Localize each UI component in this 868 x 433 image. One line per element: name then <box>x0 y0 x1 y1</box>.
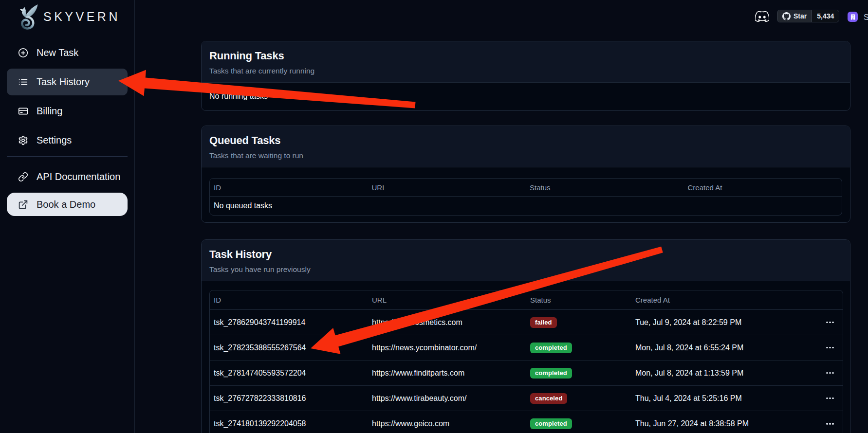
running-tasks-header: Running Tasks Tasks that are currently r… <box>202 41 850 83</box>
sidebar-item-label: API Documentation <box>37 171 120 182</box>
card-title: Task History <box>209 247 842 262</box>
task-url-cell: https://www.tirabeauty.com/ <box>368 386 526 411</box>
queued-tasks-empty-message: No queued tasks <box>210 197 842 215</box>
column-header-created-at: Created At <box>684 179 842 197</box>
card-subtitle: Tasks that are currently running <box>209 66 842 76</box>
status-badge: completed <box>530 418 572 429</box>
task-url-cell: https://news.ycombinator.com/ <box>368 335 526 361</box>
task-created-at-cell: Thu, Jul 4, 2024 at 5:25:16 PM <box>631 386 817 411</box>
task-history-card: Task History Tasks you have run previous… <box>201 239 850 433</box>
discord-icon[interactable] <box>755 11 769 22</box>
sidebar-item-label: Billing <box>37 106 62 117</box>
sidebar-item-label: Book a Demo <box>37 199 95 210</box>
column-header-actions <box>817 290 843 310</box>
queued-tasks-card: Queued Tasks Tasks that are waiting to r… <box>201 126 850 223</box>
link-icon <box>18 172 28 182</box>
column-header-url: URL <box>368 179 526 197</box>
task-created-at-cell: Thu, Jun 27, 2024 at 8:38:58 PM <box>631 411 817 433</box>
task-id-cell: tsk_278147405593572204 <box>210 361 368 386</box>
task-actions-cell <box>817 411 843 433</box>
task-status-cell: failed <box>526 310 631 335</box>
task-created-at-cell: Tue, Jul 9, 2024 at 8:22:59 PM <box>631 310 817 335</box>
task-history-row[interactable]: tsk_278147405593572204 https://www.findi… <box>210 361 843 386</box>
sidebar-item-label: Task History <box>37 76 90 88</box>
task-actions-cell <box>817 361 843 386</box>
more-horizontal-icon[interactable] <box>821 342 839 354</box>
queued-tasks-header: Queued Tasks Tasks that are waiting to r… <box>202 126 850 167</box>
card-title: Queued Tasks <box>209 133 842 148</box>
table-header-row: ID URL Status Created At <box>210 179 842 197</box>
status-badge: completed <box>530 343 572 353</box>
task-history-row[interactable]: tsk_278235388555267564 https://news.ycom… <box>210 335 843 361</box>
column-header-url: URL <box>368 290 526 310</box>
task-status-cell: completed <box>526 335 631 361</box>
task-history-header: Task History Tasks you have run previous… <box>202 240 850 281</box>
status-badge: completed <box>530 368 572 379</box>
status-badge: canceled <box>530 393 567 404</box>
more-horizontal-icon[interactable] <box>821 393 839 404</box>
task-status-cell: completed <box>526 361 631 386</box>
task-id-cell: tsk_274180139292204058 <box>210 411 368 433</box>
user-name[interactable]: Skyvern <box>864 13 868 22</box>
task-actions-cell <box>817 310 843 335</box>
task-url-cell: https://www.finditparts.com <box>368 361 526 386</box>
circle-plus-icon <box>18 48 28 58</box>
sidebar-nav: New Task Task History Billing <box>0 39 134 216</box>
column-header-id: ID <box>210 290 368 310</box>
github-icon <box>782 12 791 20</box>
credit-card-icon <box>18 106 28 116</box>
task-actions-cell <box>817 386 843 411</box>
task-history-table: ID URL Status Created At tsk_27862904374… <box>209 290 843 433</box>
more-horizontal-icon[interactable] <box>821 317 839 328</box>
task-url-cell: https://tartecosmetics.com <box>368 310 526 335</box>
sidebar-item-billing[interactable]: Billing <box>7 98 128 125</box>
empty-row: No queued tasks <box>210 197 842 215</box>
task-id-cell: tsk_278629043741199914 <box>210 310 368 335</box>
organization-avatar[interactable] <box>848 12 858 22</box>
sidebar-divider <box>7 156 128 157</box>
task-status-cell: completed <box>526 411 631 433</box>
task-history-content: ID URL Status Created At tsk_27862904374… <box>202 281 850 433</box>
gear-icon <box>18 135 28 145</box>
sidebar-item-new-task[interactable]: New Task <box>7 39 128 66</box>
task-history-row[interactable]: tsk_274180139292204058 https://www.geico… <box>210 411 843 433</box>
more-horizontal-icon[interactable] <box>821 418 839 430</box>
github-star-count[interactable]: 5,434 <box>812 10 839 22</box>
card-title: Running Tasks <box>209 49 842 63</box>
github-star-button[interactable]: Star 5,434 <box>777 10 839 22</box>
external-link-icon <box>18 199 28 210</box>
sidebar-item-api-documentation[interactable]: API Documentation <box>7 163 128 190</box>
sidebar-item-label: Settings <box>37 135 72 146</box>
queued-tasks-content: ID URL Status Created At No queued tasks <box>202 167 850 223</box>
task-id-cell: tsk_276727822333810816 <box>210 386 368 411</box>
github-star-label: Star <box>794 12 807 20</box>
card-subtitle: Tasks that are waiting to run <box>209 150 842 161</box>
running-tasks-empty-message: No running tasks <box>202 83 850 110</box>
queued-tasks-table: ID URL Status Created At No queued tasks <box>209 178 842 216</box>
status-badge: failed <box>530 317 557 328</box>
more-horizontal-icon[interactable] <box>821 367 839 379</box>
column-header-status: Status <box>526 290 631 310</box>
table-header-row: ID URL Status Created At <box>210 290 843 310</box>
task-created-at-cell: Mon, Jul 8, 2024 at 1:13:59 PM <box>631 361 817 386</box>
task-id-cell: tsk_278235388555267564 <box>210 335 368 361</box>
building-icon <box>850 14 856 20</box>
sidebar-item-settings[interactable]: Settings <box>7 127 128 154</box>
sidebar-item-task-history[interactable]: Task History <box>7 69 128 95</box>
task-status-cell: canceled <box>526 386 631 411</box>
task-created-at-cell: Mon, Jul 8, 2024 at 6:55:24 PM <box>631 335 817 361</box>
task-history-row[interactable]: tsk_276727822333810816 https://www.tirab… <box>210 386 843 411</box>
task-url-cell: https://www.geico.com <box>368 411 526 433</box>
task-history-row[interactable]: tsk_278629043741199914 https://tartecosm… <box>210 310 843 335</box>
sidebar-item-book-a-demo[interactable]: Book a Demo <box>7 193 128 216</box>
card-subtitle: Tasks you have run previously <box>209 264 842 274</box>
column-header-id: ID <box>210 179 368 197</box>
column-header-created-at: Created At <box>631 290 817 310</box>
sidebar-item-label: New Task <box>37 47 78 58</box>
task-actions-cell <box>817 335 843 361</box>
github-star-segment[interactable]: Star <box>777 10 812 22</box>
topbar: Star 5,434 Skyvern <box>0 0 868 34</box>
list-icon <box>18 77 28 87</box>
sidebar: SKYVERN New Task Task History <box>0 0 135 433</box>
running-tasks-card: Running Tasks Tasks that are currently r… <box>201 41 850 111</box>
